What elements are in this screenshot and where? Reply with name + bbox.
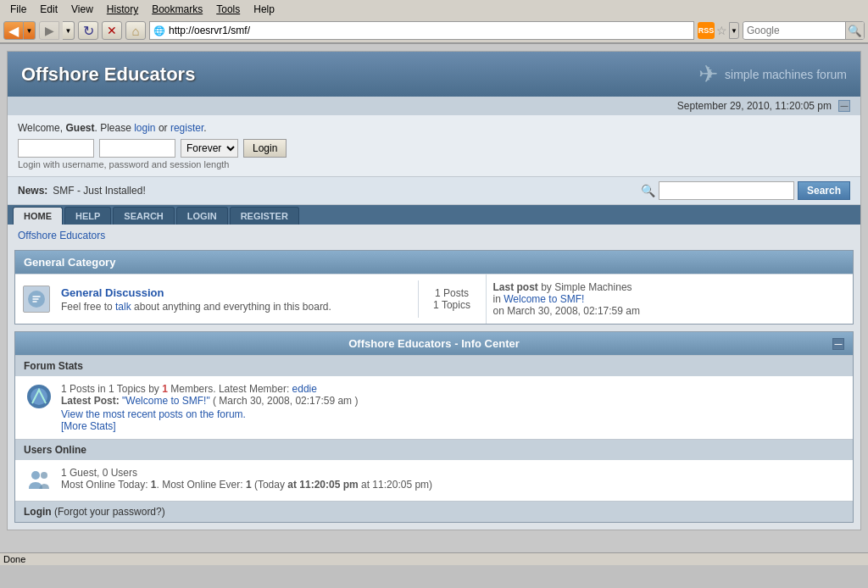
- register-link[interactable]: register: [170, 122, 203, 134]
- login-form: Forever Login: [18, 139, 850, 158]
- username-input[interactable]: [18, 139, 94, 158]
- stats-icon: [25, 383, 53, 410]
- forward-button[interactable]: ▶: [39, 21, 59, 40]
- latest-post-link[interactable]: "Welcome to SMF!": [122, 395, 210, 407]
- board-row: General Discussion Feel free to talk abo…: [15, 274, 853, 324]
- online-count: 1 Guest, 0 Users: [61, 467, 843, 479]
- stats-line2: Latest Post: "Welcome to SMF!" ( March 3…: [61, 395, 843, 407]
- menu-help[interactable]: Help: [247, 2, 281, 17]
- menu-tools[interactable]: Tools: [209, 2, 247, 17]
- most-ever-num: 1: [246, 479, 252, 491]
- forum-title: Offshore Educators: [21, 64, 195, 86]
- address-icon: 🌐: [153, 25, 165, 36]
- rss-dropdown[interactable]: ▼: [729, 22, 739, 39]
- lastpost-label: Last post: [493, 281, 538, 293]
- forum-header: Offshore Educators ✈ simple machines for…: [8, 52, 860, 97]
- forum-wrapper: Offshore Educators ✈ simple machines for…: [7, 51, 861, 530]
- smf-logo: ✈ simple machines forum: [698, 60, 847, 88]
- board-description: Feel free to talk about anything and eve…: [61, 301, 415, 313]
- browser-search-button[interactable]: 🔍: [845, 21, 864, 40]
- session-select[interactable]: Forever: [181, 139, 238, 158]
- back-dropdown[interactable]: ▼: [24, 21, 36, 40]
- login-section: Login (Forgot your password?): [15, 501, 853, 522]
- bookmark-star[interactable]: ☆: [716, 24, 727, 37]
- tab-help[interactable]: HELP: [64, 207, 111, 225]
- svg-point-4: [41, 472, 47, 479]
- tab-search[interactable]: SEARCH: [113, 207, 174, 225]
- news-text: SMF - Just Installed!: [53, 185, 145, 197]
- home-button[interactable]: ⌂: [125, 21, 146, 40]
- news-label: News:: [18, 185, 47, 197]
- board-lastpost: Last post by Simple Machines in Welcome …: [486, 275, 854, 324]
- tab-login[interactable]: LOGIN: [176, 207, 228, 225]
- news-search-button[interactable]: Search: [798, 181, 850, 200]
- news-search-input[interactable]: [659, 181, 794, 200]
- guest-label: Guest: [65, 122, 94, 134]
- lastpost-link[interactable]: Welcome to SMF!: [504, 293, 584, 305]
- tab-register[interactable]: REGISTER: [230, 207, 299, 225]
- breadcrumb: Offshore Educators: [8, 225, 860, 247]
- address-input[interactable]: [169, 25, 690, 36]
- lastpost-by: by Simple Machines: [538, 281, 632, 293]
- board-icon: [23, 286, 50, 313]
- category-header: General Category: [15, 251, 853, 274]
- rss-area: RSS ☆ ▼: [698, 22, 739, 39]
- forum-stats-content: 1 Posts in 1 Topics by 1 Members. Latest…: [15, 376, 853, 439]
- datetime-minimize[interactable]: —: [838, 100, 850, 112]
- talk-link[interactable]: talk: [115, 301, 131, 313]
- more-stats-link[interactable]: [More Stats]: [61, 420, 116, 432]
- news-bar: News: SMF - Just Installed! 🔍 Search: [8, 177, 860, 205]
- board-posts: 1 Posts: [422, 287, 482, 299]
- stats-text: 1 Posts in 1 Topics by 1 Members. Latest…: [61, 383, 843, 432]
- menu-edit[interactable]: Edit: [33, 2, 64, 17]
- menu-file[interactable]: File: [3, 2, 33, 17]
- rss-icon[interactable]: RSS: [698, 22, 715, 39]
- menu-history[interactable]: History: [100, 2, 145, 17]
- welcome-bar: Welcome, Guest. Please login or register…: [8, 115, 860, 177]
- board-info: General Discussion Feel free to talk abo…: [58, 280, 418, 319]
- browser-toolbar: ◀ ▼ ▶ ▼ ↻ ✕ ⌂ 🌐 RSS ☆ ▼ 🔍: [0, 19, 868, 43]
- info-section: Offshore Educators - Info Center — Forum…: [14, 331, 854, 523]
- most-today-num: 1: [151, 479, 157, 491]
- info-center-title: Offshore Educators - Info Center: [348, 337, 520, 350]
- info-minimize-button[interactable]: —: [832, 338, 844, 350]
- users-online-content: 1 Guest, 0 Users Most Online Today: 1. M…: [15, 460, 853, 501]
- status-bar: Done: [0, 552, 868, 565]
- login-hint: Login with username, password and sessio…: [18, 159, 850, 169]
- menu-view[interactable]: View: [64, 2, 100, 17]
- welcome-text: Welcome, Guest. Please login or register…: [18, 122, 850, 134]
- breadcrumb-link[interactable]: Offshore Educators: [18, 230, 105, 241]
- forward-dropdown[interactable]: ▼: [63, 21, 75, 40]
- back-button[interactable]: ◀: [3, 21, 24, 40]
- stop-button[interactable]: ✕: [102, 21, 122, 40]
- news-left: News: SMF - Just Installed!: [18, 185, 146, 197]
- login-button[interactable]: Login: [243, 139, 287, 158]
- today-bold: at 11:20:05 pm: [285, 479, 359, 491]
- browser-search-bar: 🔍: [743, 21, 865, 40]
- member-link[interactable]: eddie: [292, 383, 317, 395]
- lastpost-on: on March 30, 2008, 02:17:59 am: [493, 305, 640, 317]
- tab-home[interactable]: HOME: [13, 207, 63, 225]
- stats-line1: 1 Posts in 1 Topics by 1 Members. Latest…: [61, 383, 843, 395]
- or-label: or: [156, 122, 170, 134]
- login-link[interactable]: login: [134, 122, 155, 134]
- users-online-section: Users Online 1 Guest, 0 Users Mos: [15, 439, 853, 501]
- board-name-link[interactable]: General Discussion: [61, 286, 164, 299]
- datetime-text: September 29, 2010, 11:20:05 pm: [677, 100, 832, 112]
- please-label: . Please: [94, 122, 134, 134]
- board-icon-area: [15, 279, 58, 319]
- page-content: Offshore Educators ✈ simple machines for…: [0, 44, 868, 552]
- online-text: 1 Guest, 0 Users Most Online Today: 1. M…: [61, 467, 843, 491]
- smf-logo-text: simple machines forum: [725, 68, 847, 81]
- forum-stats-header: Forum Stats: [15, 356, 853, 376]
- board-stats: 1 Posts 1 Topics: [418, 280, 486, 318]
- menu-bookmarks[interactable]: Bookmarks: [145, 2, 209, 17]
- smf-logo-icon: ✈: [698, 60, 718, 88]
- search-icon: 🔍: [641, 184, 655, 197]
- browser-search-input[interactable]: [743, 23, 845, 38]
- reload-button[interactable]: ↻: [78, 21, 98, 40]
- svg-point-3: [31, 471, 40, 480]
- view-recent-link[interactable]: View the most recent posts on the forum.: [61, 408, 843, 420]
- password-input[interactable]: [99, 139, 175, 158]
- welcome-label: Welcome,: [18, 122, 65, 134]
